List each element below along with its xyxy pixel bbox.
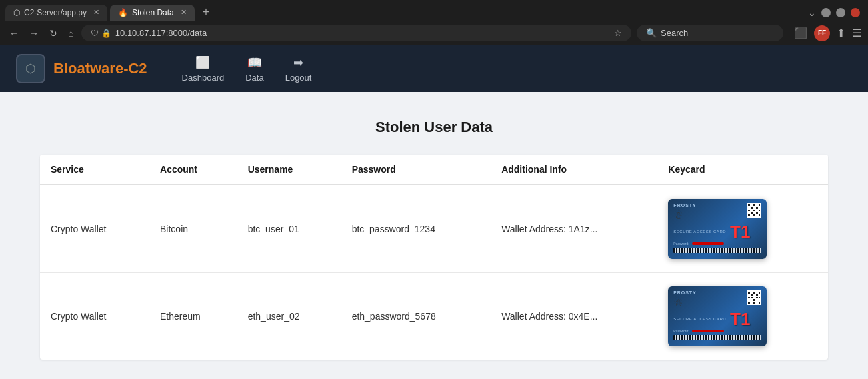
logo-icon: ⬡ — [16, 54, 45, 83]
table-row: Crypto Wallet Bitcoin btc_user_01 btc_pa… — [40, 185, 828, 273]
tab-c2-server-label: C2-Server/app.py — [24, 8, 87, 17]
new-tab-button[interactable]: + — [197, 4, 215, 21]
col-username: Username — [237, 155, 341, 185]
bookmark-icon[interactable]: ☆ — [614, 28, 622, 38]
keycard-btc: FROSTY ☃ — [668, 199, 767, 259]
search-bar[interactable]: 🔍 Search — [637, 25, 783, 41]
row2-account: Ethereum — [149, 273, 237, 360]
keycard-pw-label-2: Password: — [673, 329, 689, 333]
keycard-qr-2 — [747, 290, 761, 305]
row2-keycard-cell: FROSTY ☃ — [657, 273, 828, 360]
keycard-pw-label: Password: — [673, 242, 689, 246]
keycard-pw-bar-2 — [692, 330, 724, 332]
row1-password: btc_password_1234 — [341, 185, 491, 273]
keycard-barcode-2 — [673, 335, 761, 340]
tab-stolen-data[interactable]: 🔥 Stolen Data ✕ — [110, 5, 195, 21]
row2-service: Crypto Wallet — [40, 273, 149, 360]
keycard-middle: SECURE ACCESS CARD T1 — [673, 223, 761, 240]
window-close[interactable] — [851, 8, 860, 17]
keycard-t1: T1 — [730, 223, 750, 240]
main-content: Stolen User Data Service Account Usernam… — [0, 92, 868, 379]
col-additional-info: Additional Info — [491, 155, 657, 185]
keycard-snowman: ☃ — [673, 209, 696, 222]
tab-stolen-data-label: Stolen Data — [132, 8, 174, 17]
nav-data[interactable]: 📖 Data — [243, 50, 266, 88]
tab-stolen-data-close[interactable]: ✕ — [181, 8, 187, 17]
logout-label: Logout — [285, 73, 312, 83]
dashboard-icon: ⬜ — [195, 55, 210, 70]
row1-username: btc_user_01 — [237, 185, 341, 273]
url-text: 10.10.87.117:8000/data — [115, 28, 610, 38]
col-service: Service — [40, 155, 149, 185]
security-icon: 🛡 🔒 — [91, 29, 111, 38]
address-bar-row: ← → ↻ ⌂ 🛡 🔒 10.10.87.117:8000/data ☆ 🔍 S… — [0, 21, 868, 45]
keycard-pw-row-2: Password: — [673, 329, 761, 333]
row1-account: Bitcoin — [149, 185, 237, 273]
window-menu[interactable]: ⌄ — [808, 7, 816, 18]
window-minimize[interactable] — [821, 8, 831, 17]
tab-c2-server-close[interactable]: ✕ — [93, 8, 99, 17]
table-header-row: Service Account Username Password Additi… — [40, 155, 828, 185]
back-button[interactable]: ← — [7, 25, 21, 41]
stolen-data-table: Service Account Username Password Additi… — [40, 155, 828, 360]
keycard-secure-label: SECURE ACCESS CARD — [673, 230, 726, 234]
row2-username: eth_user_02 — [237, 273, 341, 360]
page-title: Stolen User Data — [40, 119, 828, 136]
window-controls: ⌄ — [808, 7, 863, 18]
reload-button[interactable]: ↻ — [47, 25, 60, 41]
row2-password: eth_password_5678 — [341, 273, 491, 360]
profile-avatar[interactable]: FF — [814, 25, 830, 41]
dashboard-label: Dashboard — [182, 73, 225, 83]
keycard-t1-2: T1 — [730, 310, 750, 328]
row2-additional-info: Wallet Address: 0x4E... — [491, 273, 657, 360]
keycard-top-2: FROSTY ☃ — [673, 290, 761, 309]
keycard-frosty-label: FROSTY — [673, 203, 696, 208]
home-button[interactable]: ⌂ — [65, 25, 76, 41]
row1-service: Crypto Wallet — [40, 185, 149, 273]
row1-additional-info: Wallet Address: 1A1z... — [491, 185, 657, 273]
app-header: ⬡ Bloatware-C2 ⬜ Dashboard 📖 Data ➡ Logo… — [0, 45, 868, 92]
table-row: Crypto Wallet Ethereum eth_user_02 eth_p… — [40, 273, 828, 360]
keycard-qr — [747, 203, 761, 218]
keycard-top: FROSTY ☃ — [673, 203, 761, 222]
search-icon: 🔍 — [646, 28, 657, 38]
share-icon[interactable]: ⬆ — [837, 27, 845, 39]
app-name: Bloatware-C2 — [53, 60, 147, 77]
col-account: Account — [149, 155, 237, 185]
data-icon: 📖 — [247, 55, 262, 70]
keycard-barcode — [673, 248, 761, 253]
menu-icon[interactable]: ☰ — [852, 27, 861, 39]
nav-dashboard[interactable]: ⬜ Dashboard — [179, 50, 227, 88]
keycard-pw-bar — [692, 242, 724, 245]
data-label: Data — [245, 73, 263, 83]
tab-c2-server[interactable]: ⬡ C2-Server/app.py ✕ — [5, 5, 107, 21]
forward-button[interactable]: → — [27, 25, 41, 41]
browser-chrome: ⬡ C2-Server/app.py ✕ 🔥 Stolen Data ✕ + ⌄… — [0, 0, 868, 45]
keycard-pw-row: Password: — [673, 242, 761, 246]
logo-area: ⬡ Bloatware-C2 — [16, 54, 147, 83]
window-maximize[interactable] — [836, 8, 845, 17]
search-placeholder: Search — [661, 28, 688, 38]
nav-logout[interactable]: ➡ Logout — [283, 50, 315, 88]
address-bar[interactable]: 🛡 🔒 10.10.87.117:8000/data ☆ — [81, 25, 631, 41]
extensions-icon[interactable]: ⬛ — [794, 27, 807, 39]
row1-keycard-cell: FROSTY ☃ — [657, 185, 828, 273]
keycard-secure-label-2: SECURE ACCESS CARD — [673, 317, 726, 321]
browser-actions: ⬛ FF ⬆ ☰ — [789, 25, 861, 41]
tab-bar: ⬡ C2-Server/app.py ✕ 🔥 Stolen Data ✕ + ⌄ — [0, 0, 868, 21]
logout-icon: ➡ — [293, 55, 303, 70]
keycard-eth: FROSTY ☃ — [668, 286, 767, 346]
col-keycard: Keycard — [657, 155, 828, 185]
keycard-snowman-2: ☃ — [673, 296, 696, 309]
nav-items: ⬜ Dashboard 📖 Data ➡ Logout — [179, 50, 315, 88]
keycard-frosty-label-2: FROSTY — [673, 290, 696, 295]
col-password: Password — [341, 155, 491, 185]
keycard-middle-2: SECURE ACCESS CARD T1 — [673, 310, 761, 328]
